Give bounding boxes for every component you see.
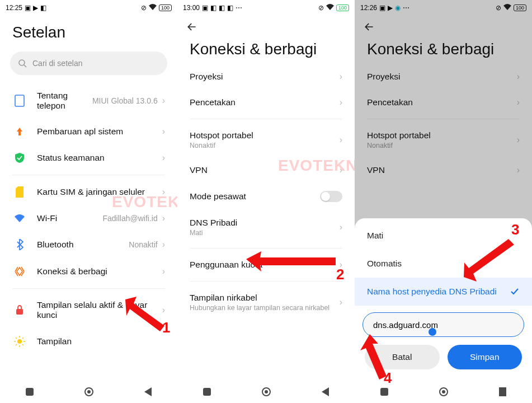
divider — [190, 119, 342, 119]
screen-connection-sharing: 13:00 ▣ ◧ ◧ ◧ ⋯ ⊘ 100 Koneksi & berbagi … — [177, 0, 355, 403]
row-data-usage[interactable]: Penggunaan kuota › — [177, 252, 355, 278]
svg-point-4 — [17, 339, 22, 344]
chevron-right-icon: › — [162, 213, 165, 223]
nav-home-icon[interactable] — [262, 387, 271, 396]
nav-back-icon[interactable] — [144, 387, 152, 396]
svg-line-10 — [22, 344, 23, 345]
row-print[interactable]: Pencetakan › — [177, 90, 355, 115]
nav-recents-icon[interactable] — [26, 388, 34, 396]
nav-back-icon[interactable] — [322, 387, 329, 396]
svg-rect-2 — [15, 95, 24, 106]
no-sim-icon: ⊘ — [141, 4, 147, 12]
nfc-icon: ▣ — [25, 4, 31, 12]
chevron-right-icon: › — [162, 187, 165, 197]
no-sim-icon: ⊘ — [318, 4, 324, 12]
chevron-right-icon: › — [517, 135, 520, 145]
status-time: 12:25 — [6, 4, 22, 12]
page-title: Setelan — [0, 16, 177, 47]
divider — [12, 175, 165, 175]
chevron-right-icon: › — [162, 126, 165, 137]
svg-line-11 — [22, 338, 23, 339]
row-hotspot[interactable]: Hotspot portabel Nonaktif › — [177, 123, 355, 157]
airplane-toggle[interactable] — [320, 191, 342, 202]
battery-icon: 100 — [336, 4, 349, 11]
row-vpn[interactable]: VPN › — [355, 157, 532, 183]
nav-back-icon[interactable] — [499, 387, 506, 396]
chevron-right-icon: › — [517, 165, 520, 175]
phone-icon — [12, 95, 27, 107]
search-placeholder: Cari di setelan — [32, 59, 83, 68]
nav-recents-icon[interactable] — [203, 388, 211, 396]
shield-icon — [12, 152, 27, 163]
cancel-button[interactable]: Batal — [365, 345, 440, 369]
dns-option-auto[interactable]: Otomatis — [355, 250, 532, 278]
row-wireless-display[interactable]: Tampilan nirkabel Hubungkan ke layar tam… — [177, 285, 355, 320]
divider — [367, 119, 520, 119]
back-icon[interactable] — [364, 21, 375, 32]
nfc-icon: ▣ — [379, 4, 385, 12]
row-about-phone[interactable]: Tentang telepon MIUI Global 13.0.6 › — [0, 83, 177, 119]
icon: ◧ — [219, 4, 225, 12]
battery-icon: 100 — [159, 4, 172, 11]
nav-home-icon[interactable] — [84, 387, 93, 396]
nav-bar — [0, 381, 177, 403]
screen-settings: 12:25 ▣ ▶ ◧ ⊘ 100 Setelan Cari di setela… — [0, 0, 177, 403]
search-input[interactable]: Cari di setelan — [10, 51, 167, 75]
icon: ◧ — [210, 4, 216, 12]
more-icon: ⋯ — [403, 4, 409, 12]
status-bar: 13:00 ▣ ◧ ◧ ◧ ⋯ ⊘ 100 — [177, 0, 355, 16]
divider — [12, 288, 165, 289]
row-bluetooth[interactable]: Bluetooth Nonaktif › — [0, 231, 177, 258]
row-cast[interactable]: Proyeksi › — [177, 64, 355, 90]
chevron-right-icon: › — [162, 240, 165, 250]
page-title: Koneksi & berbagi — [355, 38, 532, 64]
row-connection-sharing[interactable]: Koneksi & berbagi › — [0, 258, 177, 285]
play-icon: ▶ — [388, 4, 393, 12]
row-display[interactable]: Tampilan — [0, 328, 177, 350]
search-icon — [18, 59, 27, 68]
row-cast[interactable]: Proyeksi › — [355, 64, 532, 90]
chevron-right-icon: › — [517, 72, 520, 82]
wifi-icon — [326, 4, 334, 12]
save-button[interactable]: Simpan — [448, 345, 522, 369]
no-sim-icon: ⊘ — [496, 4, 501, 12]
app-icon: ◧ — [40, 4, 46, 12]
battery-icon: 100 — [514, 4, 526, 11]
row-system-update[interactable]: Pembaruan apl sistem › — [0, 119, 177, 144]
dns-hostname-input[interactable] — [362, 312, 524, 337]
chevron-right-icon: › — [517, 97, 520, 107]
chevron-right-icon: › — [340, 297, 342, 307]
row-sim[interactable]: Kartu SIM & jaringan seluler › — [0, 179, 177, 205]
wifi-icon — [149, 4, 157, 12]
sim-icon — [12, 186, 27, 198]
chevron-right-icon: › — [340, 135, 342, 145]
back-icon[interactable] — [186, 21, 197, 32]
nfc-icon: ▣ — [202, 4, 208, 12]
row-hotspot[interactable]: Hotspot portabel Nonaktif › — [355, 123, 532, 157]
row-aod-lockscreen[interactable]: Tampilan selalu aktif & Layar kunci › — [0, 292, 177, 328]
status-bar: 12:25 ▣ ▶ ◧ ⊘ 100 — [0, 0, 177, 16]
status-time: 13:00 — [183, 4, 200, 12]
nav-home-icon[interactable] — [439, 387, 448, 396]
nav-bar — [177, 381, 355, 403]
play-icon: ▶ — [33, 4, 38, 12]
svg-line-12 — [16, 344, 17, 345]
row-private-dns[interactable]: DNS Pribadi Mati › — [177, 210, 355, 245]
chevron-right-icon: › — [162, 266, 165, 277]
row-airplane[interactable]: Mode pesawat — [177, 183, 355, 210]
row-security-status[interactable]: Status keamanan › — [0, 144, 177, 171]
dns-option-hostname[interactable]: Nama host penyedia DNS Pribadi — [355, 278, 532, 306]
chevron-right-icon: › — [162, 96, 165, 106]
divider — [190, 281, 342, 282]
update-icon — [12, 126, 27, 137]
dns-option-off[interactable]: Mati — [355, 222, 532, 250]
nav-recents-icon[interactable] — [380, 388, 388, 396]
row-vpn[interactable]: VPN › — [177, 157, 355, 183]
row-print[interactable]: Pencetakan › — [355, 90, 532, 115]
svg-line-9 — [16, 338, 17, 339]
chevron-right-icon: › — [340, 222, 342, 232]
chevron-right-icon: › — [340, 97, 342, 107]
text-cursor-handle[interactable] — [429, 328, 436, 336]
nav-bar — [355, 381, 532, 403]
row-wifi[interactable]: Wi-Fi Fadillah@wifi.id › — [0, 205, 177, 231]
